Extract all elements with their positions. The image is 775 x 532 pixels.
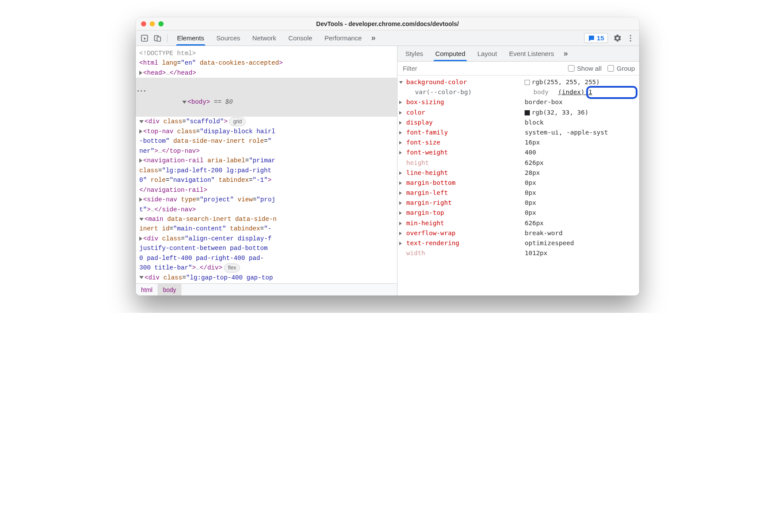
- prop-row[interactable]: box-sizingborder-box: [397, 97, 639, 107]
- zoom-icon[interactable]: [158, 21, 164, 26]
- svg-point-5: [630, 40, 631, 41]
- close-icon[interactable]: [141, 21, 146, 26]
- svg-point-4: [630, 37, 631, 39]
- source-link[interactable]: (index):1: [558, 87, 592, 97]
- dom-head[interactable]: <head>…</head>: [136, 68, 397, 78]
- tab-sources[interactable]: Sources: [210, 30, 246, 46]
- dom-line: 0 pad-left-400 pad-right-400 pad-: [136, 253, 397, 263]
- prop-row[interactable]: font-weight400: [397, 148, 639, 158]
- issues-button[interactable]: 15: [584, 33, 608, 43]
- dom-navrail[interactable]: <navigation-rail aria-label="primar: [136, 156, 397, 165]
- chevron-right-icon: [399, 211, 402, 215]
- sidebar-tabs: Styles Computed Layout Event Listeners »: [397, 46, 639, 62]
- chevron-right-icon: [399, 151, 402, 154]
- prop-row[interactable]: text-renderingoptimizespeed: [397, 238, 639, 248]
- title-bar: DevTools - developer.chrome.com/docs/dev…: [136, 17, 639, 30]
- chevron-right-icon: [399, 191, 402, 195]
- checkbox-icon: [608, 65, 614, 72]
- device-toggle-icon[interactable]: [151, 32, 164, 44]
- issues-count: 15: [597, 34, 604, 42]
- crumb-body[interactable]: body: [158, 284, 181, 296]
- dom-scaffold[interactable]: <div class="scaffold">grid: [136, 117, 397, 126]
- panel-tabs: Elements Sources Network Console Perform…: [171, 30, 378, 46]
- dom-line: 300 title-bar">…</div>flex: [136, 263, 397, 273]
- overflow-menu-icon[interactable]: •••: [136, 88, 147, 95]
- chevron-down-icon: [399, 81, 403, 84]
- dom-tree[interactable]: <!DOCTYPE html> <html lang="en" data-coo…: [136, 46, 397, 283]
- chevron-right-icon: [399, 171, 402, 175]
- chevron-right-icon: [399, 242, 402, 245]
- chevron-right-icon: [399, 101, 402, 104]
- dom-line: inert id="main-content" tabindex="-: [136, 224, 397, 233]
- show-all-checkbox[interactable]: Show all: [568, 65, 602, 72]
- main-toolbar: Elements Sources Network Console Perform…: [136, 30, 639, 46]
- tab-performance[interactable]: Performance: [319, 30, 368, 46]
- traffic-lights: [136, 21, 164, 26]
- minimize-icon[interactable]: [150, 21, 155, 26]
- window-title: DevTools - developer.chrome.com/docs/dev…: [136, 20, 639, 27]
- dom-line: ner">…</top-nav>: [136, 146, 397, 156]
- chevron-right-icon: [399, 181, 402, 185]
- inspect-icon[interactable]: [138, 32, 151, 44]
- layout-pill-flex[interactable]: flex: [224, 263, 240, 273]
- prop-row[interactable]: line-height28px: [397, 168, 639, 178]
- tab-network[interactable]: Network: [246, 30, 282, 46]
- more-tabs-icon[interactable]: »: [368, 33, 378, 43]
- content-panes: <!DOCTYPE html> <html lang="en" data-coo…: [136, 46, 639, 296]
- dom-line: class="lg:pad-left-200 lg:pad-right: [136, 166, 397, 175]
- tab-elements[interactable]: Elements: [171, 30, 210, 46]
- group-checkbox[interactable]: Group: [608, 65, 635, 72]
- dom-topnav[interactable]: <top-nav class="display-block hairl: [136, 127, 397, 136]
- elements-panel: <!DOCTYPE html> <html lang="en" data-coo…: [136, 46, 397, 296]
- svg-point-3: [630, 35, 631, 36]
- subtab-eventlisteners[interactable]: Event Listeners: [503, 46, 560, 61]
- prop-row[interactable]: margin-top0px: [397, 208, 639, 218]
- subtab-computed[interactable]: Computed: [429, 46, 471, 61]
- tab-console[interactable]: Console: [282, 30, 319, 46]
- dom-body-selected[interactable]: ••• <body> == $0: [136, 78, 397, 117]
- sidebar-panel: Styles Computed Layout Event Listeners »…: [397, 46, 639, 296]
- layout-pill-grid[interactable]: grid: [229, 117, 246, 126]
- prop-source-row[interactable]: var(--color-bg) body (index):1: [397, 87, 639, 97]
- dom-line: </navigation-rail>: [136, 185, 397, 195]
- prop-row[interactable]: margin-left0px: [397, 188, 639, 198]
- chevron-right-icon: [399, 232, 402, 235]
- settings-icon[interactable]: [611, 32, 624, 44]
- prop-row[interactable]: height626px: [397, 158, 639, 168]
- prop-row[interactable]: min-height626px: [397, 218, 639, 228]
- filter-input[interactable]: [402, 64, 562, 72]
- chevron-right-icon: [399, 131, 402, 135]
- dom-div2[interactable]: <div class="lg:gap-top-400 gap-top: [136, 273, 397, 282]
- chevron-right-icon: [399, 201, 402, 205]
- separator: [167, 34, 167, 43]
- dom-html[interactable]: <html lang="en" data-cookies-accepted>: [136, 58, 397, 68]
- filter-bar: Show all Group: [397, 62, 639, 76]
- prop-row[interactable]: width1012px: [397, 248, 639, 258]
- prop-row[interactable]: overflow-wrapbreak-word: [397, 228, 639, 238]
- dom-main[interactable]: <main data-search-inert data-side-n: [136, 214, 397, 224]
- prop-row[interactable]: displayblock: [397, 118, 639, 128]
- prop-row[interactable]: margin-right0px: [397, 198, 639, 208]
- devtools-window: DevTools - developer.chrome.com/docs/dev…: [136, 17, 639, 296]
- prop-row[interactable]: background-color rgb(255, 255, 255): [397, 77, 639, 87]
- prop-row[interactable]: font-size16px: [397, 138, 639, 148]
- crumb-html[interactable]: html: [136, 284, 158, 296]
- dom-div1[interactable]: <div class="align-center display-f: [136, 234, 397, 243]
- dom-line: 0" role="navigation" tabindex="-1">: [136, 175, 397, 185]
- breadcrumb: html body: [136, 283, 397, 296]
- color-swatch-icon[interactable]: [525, 80, 530, 85]
- dom-line: -bottom" data-side-nav-inert role=": [136, 136, 397, 146]
- more-subtabs-icon[interactable]: »: [560, 49, 570, 58]
- prop-row[interactable]: margin-bottom0px: [397, 178, 639, 188]
- subtab-layout[interactable]: Layout: [471, 46, 503, 61]
- computed-properties[interactable]: background-color rgb(255, 255, 255) var(…: [397, 76, 639, 296]
- kebab-menu-icon[interactable]: [624, 32, 637, 44]
- prop-row[interactable]: colorrgb(32, 33, 36): [397, 108, 639, 118]
- chevron-right-icon: [399, 222, 402, 225]
- subtab-styles[interactable]: Styles: [399, 46, 429, 61]
- svg-rect-2: [157, 37, 161, 41]
- color-swatch-icon[interactable]: [525, 110, 530, 115]
- dom-sidenav[interactable]: <side-nav type="project" view="proj: [136, 195, 397, 204]
- prop-row[interactable]: font-familysystem-ui, -apple-syst: [397, 128, 639, 138]
- chevron-right-icon: [399, 111, 402, 115]
